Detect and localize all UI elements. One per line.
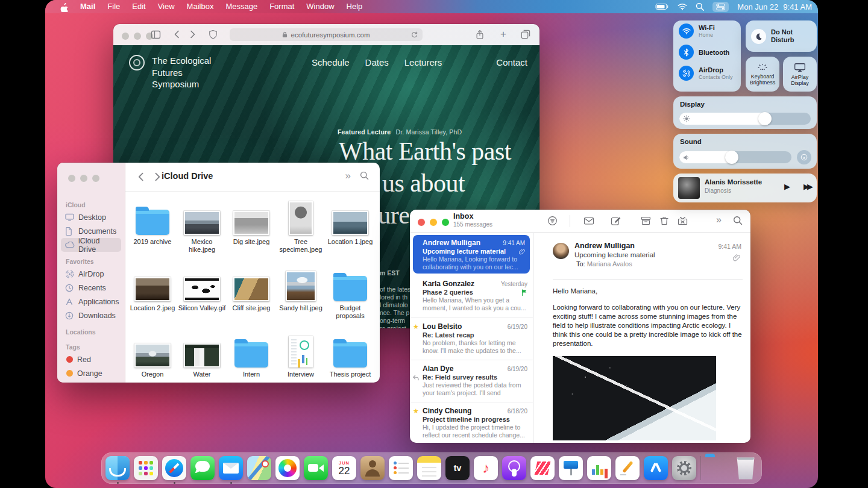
reload-icon[interactable]	[410, 31, 418, 39]
fast-forward-button[interactable]: ▶▶	[804, 182, 811, 191]
new-tab-icon[interactable]: +	[500, 28, 506, 40]
file-item[interactable]: Location 2.jpeg	[128, 263, 177, 329]
search-icon[interactable]	[696, 2, 704, 11]
get-mail-icon[interactable]	[583, 216, 594, 226]
address-bar[interactable]: ecofuturesymposium.com	[230, 28, 423, 41]
keyboard-brightness-card[interactable]: Keyboard Brightness	[746, 57, 779, 92]
sidebar-tag-orange[interactable]: Orange	[61, 366, 121, 380]
menu-item-view[interactable]: View	[152, 0, 181, 13]
toolbar-overflow-icon[interactable]: »	[716, 214, 722, 225]
menu-item-mailbox[interactable]: Mailbox	[181, 0, 220, 13]
dock-item-tv[interactable]: tv	[445, 456, 470, 480]
menu-item-file[interactable]: File	[101, 0, 126, 13]
dock-item-mail[interactable]	[219, 456, 243, 480]
display-brightness-slider[interactable]	[679, 113, 811, 125]
battery-icon[interactable]	[655, 3, 669, 10]
search-icon[interactable]	[733, 216, 743, 225]
site-logo-icon[interactable]	[129, 55, 145, 70]
airdrop-toggle[interactable]: AirDropContacts Only	[673, 63, 741, 84]
audio-airplay-button[interactable]	[797, 150, 811, 164]
trash-icon[interactable]	[659, 216, 669, 226]
privacy-shield-icon[interactable]	[209, 30, 218, 40]
dock-item-music[interactable]: ♪	[474, 456, 498, 480]
dock-item-photos[interactable]	[275, 456, 300, 480]
wifi-toggle[interactable]: Wi-FiHome	[673, 20, 741, 42]
forward-icon[interactable]	[152, 172, 162, 182]
compose-icon[interactable]	[611, 216, 621, 226]
sidebar-item-desktop[interactable]: Desktop	[61, 210, 121, 224]
sound-volume-slider[interactable]	[679, 151, 791, 163]
back-icon[interactable]	[172, 30, 182, 39]
sidebar-item-recents[interactable]: Recents	[61, 281, 121, 295]
finder-traffic-lights[interactable]	[57, 174, 125, 184]
site-name[interactable]: The Ecological Futures Symposium	[152, 55, 227, 90]
sidebar-item-downloads[interactable]: Downloads	[61, 308, 121, 322]
message-row-selected[interactable]: Andrew Mulligan9:41 AM Upcoming lecture …	[413, 235, 530, 274]
dock-item-safari[interactable]	[162, 456, 186, 480]
dock-item-pages[interactable]	[615, 456, 640, 480]
file-item[interactable]: Budget proposals	[326, 263, 375, 329]
dock-item-maps[interactable]	[247, 456, 271, 480]
back-icon[interactable]	[136, 172, 146, 182]
file-item[interactable]: Thesis project	[326, 329, 375, 383]
sidebar-toggle-icon[interactable]	[151, 30, 161, 40]
sidebar-tag-red[interactable]: Red	[61, 352, 121, 366]
nav-schedule[interactable]: Schedule	[312, 57, 350, 67]
finder-toolbar[interactable]: iCloud Drive »	[125, 163, 380, 192]
archive-icon[interactable]	[641, 216, 651, 226]
dock-item-finder[interactable]	[105, 456, 130, 480]
dock-item-downloads-folder[interactable]	[705, 456, 729, 480]
airplay-display-card[interactable]: AirPlay Display	[783, 57, 817, 92]
dock-item-contacts[interactable]	[360, 456, 385, 480]
menu-item-window[interactable]: Window	[300, 0, 340, 13]
menu-item-mail[interactable]: Mail	[74, 0, 101, 13]
menu-item-edit[interactable]: Edit	[126, 0, 151, 13]
file-item[interactable]: Intern	[227, 329, 276, 383]
dock-item-podcasts[interactable]	[502, 456, 526, 480]
dock-item-keynote[interactable]	[559, 456, 583, 480]
message-row[interactable]: ★ Lou Belsito6/19/20 Re: Latest recap No…	[410, 318, 533, 360]
mail-toolbar[interactable]: Inbox 155 messages »	[410, 210, 750, 233]
dock-item-launchpad[interactable]	[134, 456, 158, 480]
message-row[interactable]: ★ Cindy Cheung6/18/20 Project timeline i…	[410, 402, 533, 443]
file-item[interactable]: Water	[177, 329, 227, 383]
sidebar-item-applications[interactable]: Applications	[61, 295, 121, 308]
file-item[interactable]: Tree specimen.jpeg	[276, 196, 326, 263]
sidebar-item-icloud-drive[interactable]: iCloud Drive	[61, 238, 121, 252]
file-item[interactable]: Sandy hill.jpeg	[276, 263, 326, 329]
dock-item-reminders[interactable]	[389, 456, 413, 480]
file-item[interactable]: Dig site.jpeg	[227, 196, 276, 263]
sidebar-item-airdrop[interactable]: AirDrop	[61, 267, 121, 281]
safari-traffic-lights[interactable]	[122, 31, 153, 42]
dock-item-numbers[interactable]	[587, 456, 611, 480]
message-row[interactable]: Karla GonzalezYesterday Phase 2 queries …	[410, 275, 533, 318]
forward-icon[interactable]	[187, 30, 197, 39]
filter-icon[interactable]	[547, 216, 558, 226]
search-icon[interactable]	[360, 171, 369, 180]
dock-item-notes[interactable]	[417, 456, 441, 480]
arctic-attachment-image[interactable]	[553, 356, 716, 440]
dock-item-app-store[interactable]	[644, 456, 668, 480]
menu-item-format[interactable]: Format	[263, 0, 300, 13]
apple-menu[interactable]	[54, 2, 74, 12]
dock-item-calendar[interactable]: JUN22	[332, 456, 356, 480]
toolbar-overflow-icon[interactable]: »	[345, 170, 351, 182]
wifi-icon[interactable]	[678, 3, 687, 10]
nav-contact[interactable]: Contact	[496, 57, 527, 67]
dnd-card[interactable]: Do Not Disturb	[746, 20, 817, 52]
menu-item-help[interactable]: Help	[341, 0, 369, 13]
nav-dates[interactable]: Dates	[365, 57, 389, 67]
junk-icon[interactable]	[678, 216, 688, 226]
mail-traffic-lights[interactable]	[418, 217, 449, 228]
safari-toolbar[interactable]: ecofuturesymposium.com +	[113, 24, 539, 45]
tab-overview-icon[interactable]	[521, 30, 530, 39]
bluetooth-toggle[interactable]: Bluetooth	[673, 42, 741, 63]
file-item[interactable]: Cliff site.jpeg	[227, 263, 276, 329]
menu-bar-clock[interactable]: Mon Jun 22 9:41 AM	[737, 2, 812, 11]
file-item[interactable]: Mexico hike.jpeg	[177, 196, 227, 263]
file-item[interactable]: 2019 archive	[128, 196, 177, 263]
dock-item-facetime[interactable]	[304, 456, 328, 480]
dock-item-trash[interactable]	[734, 456, 758, 480]
menu-item-message[interactable]: Message	[219, 0, 263, 13]
share-icon[interactable]	[475, 30, 485, 40]
